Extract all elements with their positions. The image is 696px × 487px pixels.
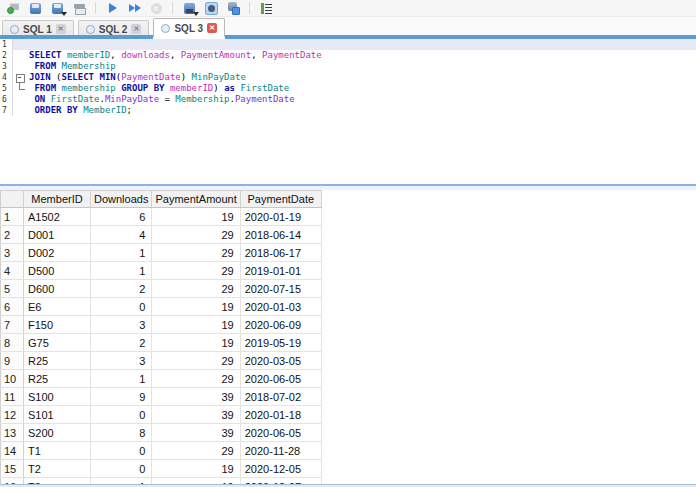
cell-paymentdate[interactable]: 2020-06-09 [240,316,321,334]
cell-paymentamount[interactable]: 19 [152,298,240,316]
cell-memberid[interactable]: D600 [24,280,91,298]
row-number-cell[interactable]: 4 [1,262,24,280]
code-line[interactable]: 5 FROM membership GROUP BY memberID) as … [0,83,696,94]
cell-paymentdate[interactable]: 2020-03-05 [240,352,321,370]
cell-paymentamount[interactable]: 29 [152,370,240,388]
cell-paymentamount[interactable]: 39 [152,388,240,406]
row-number-cell[interactable]: 5 [1,280,24,298]
cell-paymentamount[interactable]: 19 [152,334,240,352]
cell-paymentamount[interactable]: 19 [152,460,240,478]
tab-close-icon[interactable]: ✕ [131,24,141,34]
database-connection-button[interactable] [2,1,24,16]
column-header-paymentdate[interactable]: PaymentDate [240,191,321,208]
cell-downloads[interactable]: 3 [91,352,152,370]
cell-paymentdate[interactable]: 2018-06-17 [240,244,321,262]
row-number-cell[interactable]: 11 [1,388,24,406]
cell-downloads[interactable]: 3 [91,316,152,334]
row-number-cell[interactable]: 6 [1,298,24,316]
cell-paymentdate[interactable]: 2020-06-05 [240,424,321,442]
cell-paymentdate[interactable]: 2020-01-19 [240,208,321,226]
cell-downloads[interactable]: 6 [91,208,152,226]
cell-paymentdate[interactable]: 2019-01-01 [240,262,321,280]
cell-paymentdate[interactable]: 2018-06-14 [240,226,321,244]
execute-query-button[interactable] [101,1,123,16]
cell-downloads[interactable]: 0 [91,406,152,424]
row-number-cell[interactable]: 1 [1,208,24,226]
open-sql-file-button[interactable] [24,1,46,16]
row-number-cell[interactable]: 15 [1,460,24,478]
column-header-paymentamount[interactable]: PaymentAmount [152,191,240,208]
cell-paymentdate[interactable]: 2020-11-28 [240,442,321,460]
print-button[interactable] [68,1,90,16]
cell-downloads[interactable]: 8 [91,424,152,442]
row-number-cell[interactable]: 9 [1,352,24,370]
code-line[interactable]: 6 ON FirstDate.MinPayDate = Membership.P… [0,94,696,105]
row-number-cell[interactable]: 14 [1,442,24,460]
cell-paymentdate[interactable]: 2020-01-03 [240,298,321,316]
code-line[interactable]: 2SELECT memberID, downloads, PaymentAmou… [0,50,696,61]
tab-close-icon[interactable]: ✕ [207,23,217,33]
cell-downloads[interactable]: 1 [91,262,152,280]
cell-paymentamount[interactable]: 29 [152,226,240,244]
code-line[interactable]: 7 ORDER BY MemberID; [0,105,696,116]
column-header-downloads[interactable]: Downloads [91,191,152,208]
grid-corner-cell[interactable] [1,191,24,208]
code-line[interactable]: 4JOIN (SELECT MIN(PaymentDate) MinPayDat… [0,72,696,83]
cell-paymentamount[interactable]: 29 [152,262,240,280]
row-number-cell[interactable]: 2 [1,226,24,244]
create-view-from-query-button[interactable] [222,1,244,16]
cell-memberid[interactable]: S200 [24,424,91,442]
cell-memberid[interactable]: A1502 [24,208,91,226]
cell-memberid[interactable]: T2 [24,460,91,478]
code-line[interactable]: 1 [0,39,696,50]
save-sql-file-button[interactable] [46,1,68,16]
cell-memberid[interactable]: R25 [24,370,91,388]
row-number-cell[interactable]: 10 [1,370,24,388]
tab-sql-3[interactable]: SQL 3✕ [153,18,225,37]
cell-downloads[interactable]: 9 [91,388,152,406]
fold-marker-icon[interactable] [13,72,27,83]
row-number-cell[interactable]: 3 [1,244,24,262]
cell-downloads[interactable]: 0 [91,298,152,316]
tab-sql-2[interactable]: SQL 2✕ [78,20,150,37]
cell-paymentdate[interactable]: 2020-07-15 [240,280,321,298]
cell-paymentamount[interactable]: 29 [152,352,240,370]
row-number-cell[interactable]: 8 [1,334,24,352]
cell-memberid[interactable]: D500 [24,262,91,280]
row-number-cell[interactable]: 13 [1,424,24,442]
cell-downloads[interactable]: 1 [91,244,152,262]
cell-memberid[interactable]: D001 [24,226,91,244]
cell-memberid[interactable]: S101 [24,406,91,424]
cell-memberid[interactable]: R25 [24,352,91,370]
cell-paymentamount[interactable]: 29 [152,442,240,460]
cell-downloads[interactable]: 0 [91,442,152,460]
export-results-button[interactable] [178,1,200,16]
code-line[interactable]: 3 FROM Membership [0,61,696,72]
row-number-cell[interactable]: 7 [1,316,24,334]
cell-downloads[interactable]: 2 [91,280,152,298]
cell-paymentamount[interactable]: 19 [152,316,240,334]
cell-paymentdate[interactable]: 2020-01-18 [240,406,321,424]
execute-all-queries-button[interactable] [123,1,145,16]
cell-memberid[interactable]: S100 [24,388,91,406]
cell-paymentdate[interactable]: 2020-12-05 [240,460,321,478]
row-number-cell[interactable]: 12 [1,406,24,424]
tab-sql-1[interactable]: SQL 1✕ [2,20,74,37]
cell-memberid[interactable]: F150 [24,316,91,334]
save-snapshot-button[interactable] [200,1,222,16]
cell-paymentamount[interactable]: 29 [152,280,240,298]
column-header-memberid[interactable]: MemberID [24,191,91,208]
cell-downloads[interactable]: 0 [91,460,152,478]
cell-downloads[interactable]: 2 [91,334,152,352]
tab-close-icon[interactable]: ✕ [56,24,66,34]
sql-code-editor[interactable]: 12SELECT memberID, downloads, PaymentAmo… [0,37,696,184]
cell-memberid[interactable]: G75 [24,334,91,352]
cell-paymentamount[interactable]: 39 [152,406,240,424]
cell-paymentamount[interactable]: 19 [152,208,240,226]
cell-paymentdate[interactable]: 2018-07-02 [240,388,321,406]
cell-memberid[interactable]: D002 [24,244,91,262]
cell-downloads[interactable]: 1 [91,370,152,388]
cell-paymentamount[interactable]: 29 [152,244,240,262]
cell-memberid[interactable]: E6 [24,298,91,316]
cell-paymentamount[interactable]: 39 [152,424,240,442]
